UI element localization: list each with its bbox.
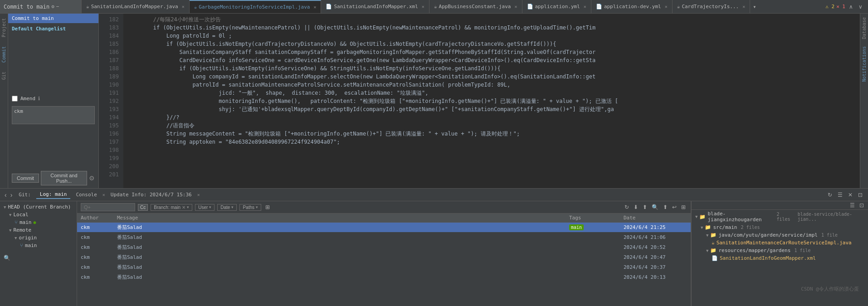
branch-filter-btn[interactable]: Branch: main ✕ ▾	[151, 204, 192, 211]
log-entry-row[interactable]: ckm 番茄Salad main 2024/6/4 21:25	[77, 223, 691, 233]
tab-git[interactable]: Git:	[15, 191, 34, 199]
date-filter-btn[interactable]: Date ▾	[217, 204, 237, 211]
log-tool-3[interactable]: ⬆	[641, 204, 649, 210]
minimize-icon[interactable]: −	[56, 4, 59, 10]
line-number: 183	[99, 24, 119, 32]
git-tree-panel: ▼ HEAD (Current Branch) ▼ Local ⑂ main ●…	[0, 201, 77, 306]
line-number: 199	[99, 154, 119, 162]
file-tree-resources-path[interactable]: ▼ 📁 resources/mapper/gardens 1 file	[692, 247, 868, 254]
tab-cardTrajectoryIs[interactable]: ☕CardTrajectoryIs...✕	[673, 0, 751, 13]
log-refresh-icon[interactable]: ↻	[826, 191, 834, 199]
update-info-close-icon[interactable]: ✕	[197, 192, 200, 197]
tab-applicationDevYml[interactable]: 📄application-dev.yml✕	[591, 0, 673, 13]
log-entry-row[interactable]: ckm 番茄Salad 2024/6/4 20:37	[77, 262, 691, 272]
git-origin-item[interactable]: ▼ origin	[0, 234, 77, 242]
tab-close-icon[interactable]: ✕	[182, 4, 185, 9]
commit-push-button[interactable]: Commit and Push...	[41, 171, 87, 185]
database-label[interactable]: Database	[862, 17, 867, 39]
cc-button[interactable]: Cc	[138, 204, 148, 211]
src-main-label: src/main	[713, 224, 737, 230]
git-remote-main-item[interactable]: ⑂ main	[0, 242, 77, 249]
notifications-label[interactable]: Notifications	[862, 46, 867, 82]
tab-close-icon[interactable]: ✕	[422, 4, 424, 9]
code-line: jicd: "一般", shape, distance: 300, escala…	[127, 89, 856, 97]
line-number: 201	[99, 170, 119, 179]
commit-button[interactable]: Commit	[12, 174, 39, 183]
tab-close-icon[interactable]: ✕	[313, 5, 316, 10]
log-search-input[interactable]	[81, 203, 135, 211]
tab-log[interactable]: Log: main	[36, 190, 71, 199]
amend-info-icon[interactable]: ℹ	[38, 96, 40, 102]
collapse-btn[interactable]: ∨	[857, 3, 864, 11]
tab-sanitationLandInfoMapperXml[interactable]: 📄SanitationLandInfoMapper.xml✕	[321, 0, 429, 13]
chevron-root-icon: ▼	[695, 214, 697, 219]
tab-overflow-btn[interactable]: ▾	[750, 4, 759, 10]
tab-console[interactable]: Console	[72, 191, 100, 199]
git-local-item[interactable]: ▼ Local	[0, 211, 77, 219]
log-entry-row[interactable]: ckm 番茄Salad 2024/6/4 20:47	[77, 253, 691, 262]
file-tree-java-path[interactable]: ▼ 📁 java/com/yutu/garden/service/impl 1 …	[692, 231, 868, 239]
code-line: //每隔24小时推送一次抄告	[127, 15, 856, 24]
log-date: 2024/6/4 20:52	[624, 244, 687, 250]
tab-icon: ☕	[434, 4, 437, 10]
commit-label[interactable]: Commit	[1, 46, 6, 63]
tab-sanitationLandInfoMapper[interactable]: ☕SanitationLandInfoMapper.java✕	[82, 0, 190, 13]
log-entry-row[interactable]: ckm 番茄Salad 2024/6/4 20:13	[77, 272, 691, 282]
git-head-item[interactable]: ▼ HEAD (Current Branch)	[0, 203, 77, 211]
log-settings-icon[interactable]: ☰	[836, 191, 844, 199]
user-filter-btn[interactable]: User ▾	[195, 204, 215, 211]
log-tool-2[interactable]: ⬇	[632, 204, 639, 210]
log-author: ckm	[81, 254, 117, 260]
log-expand-icon[interactable]: ⊡	[856, 191, 864, 199]
file-tree-src[interactable]: ▼ 📁 src/main 2 files	[692, 223, 868, 231]
commit-gear-icon[interactable]: ⚙	[89, 175, 95, 182]
log-author: ckm	[81, 224, 117, 230]
branch-filter-label: Branch: main	[154, 205, 180, 210]
branch-filter-remove-icon[interactable]: ✕	[182, 205, 185, 210]
rp-tool-1[interactable]: ☰	[848, 202, 856, 209]
paths-filter-btn[interactable]: Paths ▾	[239, 204, 261, 211]
line-number: 188	[99, 64, 119, 73]
git-log-panel: Cc Branch: main ✕ ▾ User ▾ Date ▾	[77, 201, 691, 306]
tab-appBusinessConstant[interactable]: ☕AppBusinessConstant.java✕	[429, 0, 522, 13]
editor-area: 1821831841851861871881891901911921931941…	[99, 14, 860, 188]
expand-btn[interactable]: ∧	[847, 3, 855, 11]
log-close-icon[interactable]: ✕	[846, 191, 854, 199]
resources-file-item[interactable]: 📄 SanitationLandInfoGeomMapper.xml	[692, 254, 868, 262]
log-tool-4[interactable]: 🔍	[650, 204, 660, 210]
file-tree-root[interactable]: ▼ 📁 blade-jiangxinzhougarden 2 files bla…	[692, 210, 868, 223]
remote-label: Remote	[13, 227, 31, 233]
log-author: ckm	[81, 244, 117, 250]
project-label[interactable]: Project	[1, 18, 6, 37]
graph-icon[interactable]: ⊞	[264, 204, 271, 210]
log-message: 番茄Salad	[117, 274, 569, 281]
amend-checkbox[interactable]	[12, 96, 18, 102]
rp-tool-2[interactable]: ⊡	[858, 202, 865, 209]
tab-applicationYml[interactable]: 📄application.yml✕	[522, 0, 591, 13]
code-content[interactable]: //每隔24小时推送一次抄告 if (ObjectUtils.isEmpty(n…	[123, 14, 860, 188]
tab-close-icon[interactable]: ✕	[584, 4, 586, 9]
tab-close-icon[interactable]: ✕	[742, 4, 745, 9]
tab-close-icon[interactable]: ✕	[665, 4, 668, 9]
log-tool-1[interactable]: ↻	[623, 204, 630, 210]
settings-icon[interactable]: ⚙	[51, 4, 54, 10]
tab-close-icon[interactable]: ✕	[514, 4, 517, 9]
log-entry-row[interactable]: ckm 番茄Salad 2024/6/4 20:52	[77, 243, 691, 253]
log-tool-6[interactable]: ↩	[671, 204, 678, 210]
line-number: 187	[99, 56, 119, 64]
back-nav-btn[interactable]: ‹	[4, 191, 8, 199]
default-changelist[interactable]: Default Changelist	[8, 23, 98, 34]
tab-update-info[interactable]: Update Info: 2024/6/7 15:36	[107, 191, 195, 199]
console-close-icon[interactable]: ✕	[102, 192, 105, 197]
tab-garbageMonitoring[interactable]: ☕GarbageMonitoringInfoServiceImpl.java✕	[190, 0, 322, 13]
log-tool-5[interactable]: ⬆	[662, 204, 669, 210]
line-number: 192	[99, 97, 119, 105]
git-main-branch[interactable]: ⑂ main ●	[0, 219, 77, 226]
forward-nav-btn[interactable]: ›	[10, 191, 14, 199]
java-file-item[interactable]: ☕ SanitationMaintenanceCarRouteServiceIm…	[692, 239, 868, 247]
git-remote-item[interactable]: ▼ Remote	[0, 226, 77, 234]
log-entry-row[interactable]: ckm 番茄Salad 2024/6/4 21:06	[77, 233, 691, 243]
log-tool-7[interactable]: ⊞	[680, 204, 687, 210]
commit-message-input[interactable]: ckm	[12, 106, 95, 124]
git-label[interactable]: Git	[1, 72, 6, 80]
